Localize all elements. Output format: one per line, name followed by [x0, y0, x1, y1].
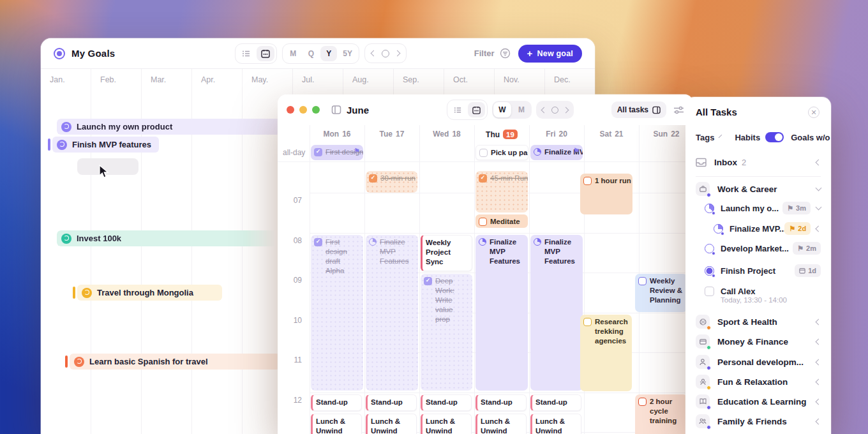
checkbox-icon[interactable] [705, 287, 714, 296]
section-education-learning[interactable]: Education & Learning [685, 393, 831, 410]
checkbox-icon[interactable] [638, 277, 647, 285]
checkbox-icon[interactable] [638, 398, 647, 406]
checkbox-icon[interactable] [583, 318, 592, 326]
event-finalize-mvp-fri[interactable]: Finalize MVP Features [530, 235, 583, 391]
event-1hour-run[interactable]: 1 hour run [580, 174, 632, 214]
checkbox-icon[interactable] [583, 177, 592, 185]
event-standup[interactable]: Stand-up [475, 394, 527, 411]
chevron-left-icon[interactable] [816, 338, 822, 345]
period-year[interactable]: Y [320, 46, 337, 61]
period-5y[interactable]: 5Y [338, 46, 357, 61]
event-lunch-unwind[interactable]: Lunch & Unwind [366, 414, 417, 434]
traffic-minimize-button[interactable] [299, 106, 307, 114]
habits-toggle[interactable] [765, 132, 784, 142]
calendar-view-icon[interactable] [257, 46, 274, 61]
nav-prev-icon[interactable] [541, 107, 548, 113]
nav-today-icon[interactable] [551, 107, 558, 114]
month-view-button[interactable]: M [513, 102, 530, 117]
checkbox-checked-icon[interactable]: ✓ [314, 148, 322, 156]
section-work-career[interactable]: Work & Career [685, 180, 831, 198]
chevron-left-icon[interactable] [816, 225, 822, 232]
nav-next-icon[interactable] [394, 50, 401, 57]
goal-bar-finish-mvp[interactable]: Finish MVP features [52, 137, 159, 153]
chevron-down-icon[interactable] [816, 204, 822, 211]
new-goal-button[interactable]: + New goal [518, 45, 582, 63]
event-standup[interactable]: Stand-up [530, 394, 581, 411]
chevron-left-icon[interactable] [816, 159, 822, 165]
chevron-left-icon[interactable] [816, 378, 822, 385]
checkbox-icon[interactable] [479, 149, 488, 157]
period-month[interactable]: M [285, 46, 301, 61]
calendar-settings-icon[interactable] [673, 105, 684, 115]
section-sport-health[interactable]: Sport & Health [685, 313, 831, 331]
chevron-left-icon[interactable] [816, 398, 822, 405]
goal-bar-spanish[interactable]: Learn basic Spanish for travel [70, 354, 280, 370]
event-standup[interactable]: Stand-up [311, 394, 362, 411]
list-view-icon[interactable] [449, 102, 467, 117]
list-view-icon[interactable] [237, 46, 255, 61]
nav-prev-icon[interactable] [371, 50, 377, 57]
checkbox-checked-icon[interactable]: ✓ [369, 174, 377, 183]
chevron-down-icon[interactable] [719, 135, 722, 138]
goal-bar-invest[interactable]: Invest 100k [57, 230, 278, 246]
event-allday-finalize-mvp[interactable]: Finalize MVP Features ⚑ [530, 145, 583, 160]
event-title: Finalize MVP Features [490, 237, 525, 266]
traffic-zoom-button[interactable] [312, 106, 320, 114]
event-cycle-training[interactable]: 2 hour cycle training [635, 394, 687, 434]
event-finalize-mvp-thu[interactable]: Finalize MVP Features [475, 235, 528, 391]
event-standup[interactable]: Stand-up [421, 394, 472, 411]
checkbox-checked-icon[interactable]: ✓ [479, 174, 487, 183]
event-lunch-unwind[interactable]: Lunch & Unwind [475, 414, 527, 434]
sidebar-toggle-icon[interactable] [331, 105, 341, 115]
checkbox-checked-icon[interactable]: ✓ [424, 277, 432, 285]
event-research-trekking[interactable]: Research trekking agencies [580, 315, 632, 391]
period-quarter[interactable]: Q [303, 46, 319, 61]
traffic-close-button[interactable] [287, 106, 294, 114]
event-standup[interactable]: Stand-up [366, 394, 417, 411]
filter-label[interactable]: Filter [474, 49, 495, 58]
plus-icon: + [527, 48, 533, 59]
event-30min-run[interactable]: ✓ 30-min run [366, 171, 417, 193]
flag-icon: ⚑ [789, 225, 795, 233]
inbox-row[interactable]: Inbox 2 [685, 153, 831, 171]
goals-wo-deadline-label[interactable]: Goals w/o deadline [791, 133, 831, 142]
task-develop[interactable]: Develop Market... ⚑2m [685, 239, 831, 257]
chevron-left-icon[interactable] [816, 318, 822, 325]
event-weekly-review[interactable]: Weekly Review & Planning [635, 274, 687, 312]
event-weekly-project-sync[interactable]: Weekly Project Sync [421, 235, 472, 271]
task-finalize[interactable]: Finalize MVP... ⚑2d [685, 220, 831, 237]
event-lunch-unwind[interactable]: Lunch & Unwind [530, 414, 581, 434]
task-finish-project[interactable]: Finish Project 1d [685, 262, 831, 280]
close-icon[interactable]: ✕ [808, 107, 819, 118]
all-tasks-button[interactable]: All tasks [611, 101, 666, 118]
tags-dropdown[interactable]: Tags [696, 133, 714, 142]
event-finalize-mvp-done[interactable]: Finalize MVP Features [366, 235, 418, 391]
chevron-left-icon[interactable] [816, 359, 822, 365]
section-family-friends[interactable]: Family & Friends [685, 412, 831, 430]
event-first-design-draft[interactable]: ✓ First design draft Alpha [311, 235, 363, 391]
hour-label: 07 [278, 196, 302, 205]
checkbox-icon[interactable] [479, 218, 487, 226]
filter-icon[interactable] [500, 48, 511, 59]
event-allday-first-design[interactable]: ✓ First design draft Alpha ⚑ [311, 145, 363, 160]
checkbox-checked-icon[interactable]: ✓ [314, 238, 322, 246]
nav-today-icon[interactable] [382, 50, 389, 57]
chevron-left-icon[interactable] [816, 418, 822, 424]
event-title: Pick up package [491, 148, 525, 158]
chevron-down-icon[interactable] [816, 185, 822, 191]
event-deep-work[interactable]: ✓ Deep Work: Write value prop [421, 274, 472, 391]
event-allday-pickup-package[interactable]: Pick up package [475, 145, 528, 160]
nav-next-icon[interactable] [563, 107, 569, 113]
event-lunch-unwind[interactable]: Lunch & Unwind [311, 414, 362, 434]
event-45min-run[interactable]: ✓ 45-min Run [475, 171, 528, 213]
calendar-view-icon[interactable] [468, 102, 485, 117]
section-money-finance[interactable]: Money & Finance [685, 333, 831, 350]
all-tasks-label: All tasks [617, 105, 648, 114]
week-view-button[interactable]: W [493, 102, 511, 117]
event-lunch-unwind[interactable]: Lunch & Unwind [421, 414, 472, 434]
section-personal-development[interactable]: Personal developm... [685, 353, 831, 371]
event-meditate[interactable]: Meditate [475, 214, 528, 228]
task-launch[interactable]: Launch my o... ⚑3m [685, 199, 831, 217]
section-fun-relaxation[interactable]: Fun & Relaxation [685, 373, 831, 391]
goal-bar-travel[interactable]: Travel through Mongolia [77, 285, 222, 301]
